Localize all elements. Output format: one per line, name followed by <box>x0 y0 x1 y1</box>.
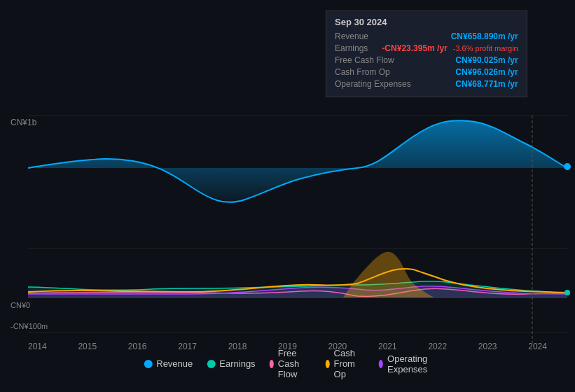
tooltip-value-revenue: CN¥658.890m /yr <box>451 31 518 41</box>
legend-dot-cashop <box>325 360 329 368</box>
tooltip-label-cashop: Cash From Op <box>335 67 390 77</box>
tooltip-box: Sep 30 2024 Revenue CN¥658.890m /yr Earn… <box>326 10 527 97</box>
tooltip-row-opex: Operating Expenses CN¥68.771m /yr <box>335 79 518 89</box>
legend-dot-opex <box>379 360 383 368</box>
x-label-2024: 2024 <box>528 342 547 351</box>
tooltip-value-fcf: CN¥90.025m /yr <box>455 55 518 65</box>
chart-legend: Revenue Earnings Free Cash Flow Cash Fro… <box>144 348 431 379</box>
legend-label-fcf: Free Cash Flow <box>278 348 312 379</box>
legend-item-cashop[interactable]: Cash From Op <box>325 348 364 379</box>
tooltip-label-revenue: Revenue <box>335 31 368 41</box>
tooltip-value-earnings: -CN¥23.395m /yr <box>382 43 447 53</box>
svg-point-6 <box>564 290 570 295</box>
tooltip-label-opex: Operating Expenses <box>335 79 411 89</box>
x-label-2023: 2023 <box>478 342 497 351</box>
tooltip-label-fcf: Free Cash Flow <box>335 55 394 65</box>
tooltip-value-cashop: CN¥96.026m /yr <box>455 67 518 77</box>
legend-dot-revenue <box>144 360 152 368</box>
x-label-2014: 2014 <box>28 342 47 351</box>
legend-label-cashop: Cash From Op <box>334 348 365 379</box>
legend-item-opex[interactable]: Operating Expenses <box>379 354 431 374</box>
legend-dot-earnings <box>207 360 215 368</box>
legend-dot-fcf <box>270 360 274 368</box>
legend-label-earnings: Earnings <box>219 358 255 369</box>
x-label-2015: 2015 <box>78 342 97 351</box>
tooltip-row-fcf: Free Cash Flow CN¥90.025m /yr <box>335 55 518 65</box>
tooltip-label-earnings: Earnings <box>335 43 368 53</box>
chart-svg <box>0 108 575 350</box>
tooltip-profit-margin: -3.6% profit margin <box>453 44 518 52</box>
legend-label-opex: Operating Expenses <box>387 354 431 374</box>
legend-item-revenue[interactable]: Revenue <box>144 358 193 369</box>
svg-point-5 <box>564 163 571 170</box>
tooltip-row-earnings: Earnings -CN¥23.395m /yr -3.6% profit ma… <box>335 43 518 53</box>
chart-container: Sep 30 2024 Revenue CN¥658.890m /yr Earn… <box>0 0 575 392</box>
tooltip-row-revenue: Revenue CN¥658.890m /yr <box>335 31 518 41</box>
tooltip-value-opex: CN¥68.771m /yr <box>455 79 518 89</box>
tooltip-row-cashop: Cash From Op CN¥96.026m /yr <box>335 67 518 77</box>
legend-item-fcf[interactable]: Free Cash Flow <box>270 348 312 379</box>
legend-item-earnings[interactable]: Earnings <box>207 358 255 369</box>
tooltip-title: Sep 30 2024 <box>335 17 518 27</box>
legend-label-revenue: Revenue <box>156 358 193 369</box>
